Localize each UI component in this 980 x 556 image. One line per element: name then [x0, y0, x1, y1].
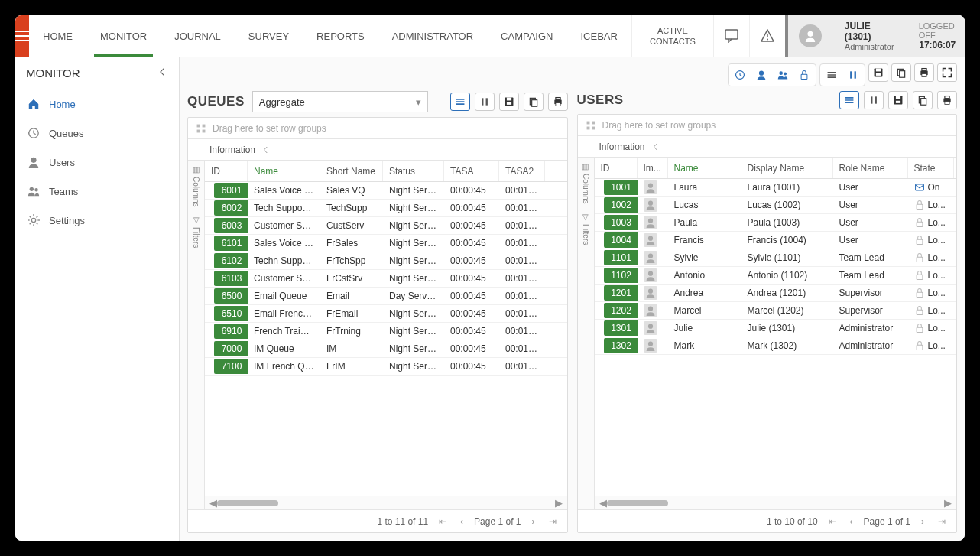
queue-row[interactable]: 6101 Sales Voice Fren... FrSales Night S… — [205, 235, 567, 252]
sidebar-item-home[interactable]: Home — [15, 89, 179, 119]
queue-row[interactable]: 6500 Email Queue Email Day Service 00:00… — [205, 288, 567, 305]
queues-infobar[interactable]: Information — [188, 139, 567, 161]
sidebar-collapse[interactable] — [157, 67, 168, 80]
menu-button[interactable] — [15, 15, 29, 57]
cell-status: Night Service — [383, 343, 444, 354]
layout-team-button[interactable] — [773, 66, 793, 84]
queues-selector[interactable]: Aggregate ▾ — [252, 91, 428, 112]
avatar-icon — [644, 251, 657, 265]
user-row[interactable]: 1002 Lucas Lucas (1002) User Lo... — [595, 197, 957, 214]
tab-survey[interactable]: SURVEY — [235, 15, 303, 57]
queue-row[interactable]: 6001 Sales Voice Que... Sales VQ Night S… — [205, 182, 567, 200]
sidebar-item-label: Settings — [49, 215, 85, 226]
save-layout-button[interactable] — [868, 63, 888, 82]
queue-row[interactable]: 6003 Customer Servic... CustServ Night S… — [205, 217, 567, 235]
pager-prev[interactable]: ‹ — [847, 516, 856, 527]
fullscreen-button[interactable] — [937, 63, 957, 82]
col-status[interactable]: Status — [383, 161, 444, 181]
queue-row[interactable]: 7000 IM Queue IM Night Service 00:00:45 … — [205, 340, 567, 358]
users-copy[interactable] — [913, 91, 933, 109]
users-save[interactable] — [888, 91, 908, 109]
layout-lock-button[interactable] — [794, 66, 814, 84]
user-row[interactable]: 1201 Andrea Andrea (1201) Supervisor Lo.… — [595, 285, 957, 302]
queue-row[interactable]: 6002 Tech Support Vo... TechSupp Night S… — [205, 200, 567, 217]
cell-name: Mark — [668, 340, 741, 351]
col-name[interactable]: Name — [248, 161, 320, 181]
queues-hscroll[interactable]: ◀▶ — [205, 496, 567, 509]
users-filters-tab[interactable]: ▽ Filters — [582, 213, 590, 245]
avatar[interactable] — [785, 15, 832, 57]
pager-first[interactable]: ⇤ — [436, 516, 449, 527]
users-panel: USERS Drag here to set row groups — [577, 91, 958, 533]
col-display[interactable]: Display Name — [741, 158, 833, 178]
users-infobar[interactable]: Information — [578, 136, 957, 158]
user-row[interactable]: 1102 Antonio Antonio (1102) Team Lead Lo… — [595, 267, 957, 285]
users-view-split[interactable] — [864, 91, 884, 109]
layout-history-button[interactable] — [730, 66, 750, 84]
pager-last[interactable]: ⇥ — [935, 516, 949, 527]
col-image[interactable]: Im... — [638, 158, 668, 178]
queues-save[interactable] — [499, 93, 519, 111]
users-columns-tab[interactable]: ▥ Columns — [582, 162, 590, 203]
users-hscroll[interactable]: ◀▶ — [595, 496, 957, 509]
top-header: HOMEMONITORJOURNALSURVEYREPORTSADMINISTR… — [15, 15, 965, 57]
col-id[interactable]: ID — [205, 161, 248, 181]
alerts-button[interactable] — [749, 15, 785, 57]
queues-copy[interactable] — [524, 93, 544, 111]
queue-row[interactable]: 6910 French Training ... FrTrning Night … — [205, 323, 567, 340]
queues-groupbar[interactable]: Drag here to set row groups — [188, 118, 567, 139]
pager-next[interactable]: › — [529, 516, 538, 527]
id-badge: 6001 — [214, 183, 248, 198]
user-row[interactable]: 1302 Mark Mark (1302) Administrator Lo..… — [595, 337, 957, 355]
chat-button[interactable] — [713, 15, 749, 57]
sidebar-item-settings[interactable]: Settings — [15, 206, 179, 235]
active-contacts[interactable]: ACTIVE CONTACTS — [631, 15, 713, 57]
tab-campaign[interactable]: CAMPAIGN — [487, 15, 566, 57]
queues-view-split[interactable] — [475, 93, 495, 111]
queue-row[interactable]: 6103 Customer Servic... FrCstSrv Night S… — [205, 270, 567, 288]
col-tasa2[interactable]: TASA2 — [499, 161, 545, 181]
users-groupbar[interactable]: Drag here to set row groups — [578, 115, 957, 136]
queues-print[interactable] — [548, 93, 568, 111]
users-view-list[interactable] — [839, 91, 859, 109]
col-id[interactable]: ID — [595, 158, 638, 178]
print-layout-button[interactable] — [914, 63, 934, 82]
tab-administrator[interactable]: ADMINISTRATOR — [378, 15, 487, 57]
layout-list-button[interactable] — [822, 66, 842, 84]
pager-next[interactable]: › — [918, 516, 927, 527]
tab-home[interactable]: HOME — [29, 15, 86, 57]
sidebar-item-teams[interactable]: Teams — [15, 177, 179, 206]
pager-last[interactable]: ⇥ — [546, 516, 560, 527]
col-state[interactable]: State — [908, 158, 954, 178]
user-row[interactable]: 1003 Paula Paula (1003) User Lo... — [595, 214, 957, 232]
user-row[interactable]: 1101 Sylvie Sylvie (1101) Team Lead Lo..… — [595, 249, 957, 267]
queue-row[interactable]: 7100 IM French Queue FrIM Night Service … — [205, 358, 567, 376]
queues-view-list[interactable] — [450, 93, 470, 111]
layout-split-button[interactable] — [843, 66, 863, 84]
col-name[interactable]: Name — [668, 158, 741, 178]
copy-layout-button[interactable] — [891, 63, 911, 82]
sidebar-item-users[interactable]: Users — [15, 148, 179, 177]
layout-user-button[interactable] — [751, 66, 771, 84]
tab-journal[interactable]: JOURNAL — [161, 15, 235, 57]
tab-reports[interactable]: REPORTS — [303, 15, 378, 57]
tab-icebar[interactable]: ICEBAR — [567, 15, 631, 57]
user-row[interactable]: 1202 Marcel Marcel (1202) Supervisor Lo.… — [595, 302, 957, 320]
col-role[interactable]: Role Name — [833, 158, 908, 178]
col-short[interactable]: Short Name — [320, 161, 383, 181]
cell-name: Email Queue — [248, 291, 320, 301]
pager-prev[interactable]: ‹ — [457, 516, 466, 527]
user-row[interactable]: 1301 Julie Julie (1301) Administrator Lo… — [595, 320, 957, 337]
col-tasa[interactable]: TASA — [444, 161, 499, 181]
queues-columns-tab[interactable]: ▥ Columns — [192, 165, 200, 206]
queues-filters-tab[interactable]: ▽ Filters — [192, 216, 200, 248]
queue-row[interactable]: 6102 Techn Support V... FrTchSpp Night S… — [205, 252, 567, 270]
users-print[interactable] — [937, 91, 957, 109]
sidebar-item-queues[interactable]: Queues — [15, 119, 179, 148]
queue-row[interactable]: 6510 Email French Qu... FrEmail Night Se… — [205, 305, 567, 323]
user-row[interactable]: 1004 Francis Francis (1004) User Lo... — [595, 232, 957, 249]
user-row[interactable]: 1001 Laura Laura (1001) User On — [595, 179, 957, 197]
pager-first[interactable]: ⇤ — [826, 516, 839, 527]
queues-info-label: Information — [209, 145, 255, 155]
tab-monitor[interactable]: MONITOR — [86, 15, 161, 57]
